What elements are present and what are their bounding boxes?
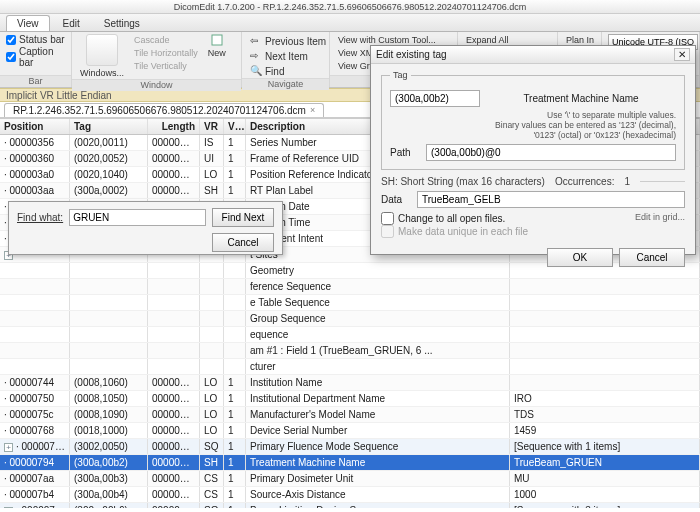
statusbar-label: Status bar: [19, 34, 65, 45]
table-row[interactable]: · 000007aa(300a,00b3)00000002CS1Primary …: [0, 471, 700, 487]
col-tag[interactable]: Tag: [70, 119, 148, 134]
captionbar-label: Caption bar: [19, 46, 65, 68]
tree-toggle-icon[interactable]: +: [4, 507, 13, 508]
table-row[interactable]: · 000007b4(300a,00b4)00000006CS1Source-A…: [0, 487, 700, 503]
cascade-button[interactable]: Cascade: [132, 34, 200, 46]
edit-tag-dialog: Edit existing tag ✕ Tag Treatment Machin…: [370, 45, 696, 255]
path-input[interactable]: [426, 144, 676, 161]
unique-each-file-check: Make data unique in each file: [381, 225, 629, 238]
table-row[interactable]: cturer: [0, 359, 700, 375]
table-row[interactable]: · 00000794(300a,00b2)0000000ESH1Treatmen…: [0, 455, 700, 471]
captionbar-check[interactable]: Caption bar: [6, 46, 65, 68]
arrow-left-icon: ⇦: [250, 35, 262, 47]
tree-toggle-icon[interactable]: +: [4, 443, 13, 452]
dialog-close-button[interactable]: ✕: [674, 48, 690, 61]
find-button[interactable]: 🔍Find: [248, 64, 328, 78]
tab-settings[interactable]: Settings: [93, 15, 151, 31]
statusbar-check[interactable]: Status bar: [6, 34, 65, 45]
data-label: Data: [381, 194, 411, 205]
group-bar: Bar: [0, 75, 71, 87]
main-tabs: View Edit Settings: [0, 14, 700, 32]
tag-name-label: Treatment Machine Name: [486, 93, 676, 104]
window-title: DicomEdit 1.7.0.200 - RP.1.2.246.352.71.…: [174, 2, 527, 12]
occurrences-value: 1: [624, 176, 630, 187]
table-row[interactable]: · 0000075c(0008,1090)00000004LO1Manufact…: [0, 407, 700, 423]
find-input[interactable]: [69, 209, 206, 226]
change-all-files-check[interactable]: Change to all open files.: [381, 212, 629, 225]
table-row[interactable]: am #1 : Field 1 (TrueBeam_GRUEN, 6 ...: [0, 343, 700, 359]
col-position[interactable]: Position: [0, 119, 70, 134]
sh-type-label: SH: Short String (max 16 characters): [381, 176, 545, 187]
find-cancel-button[interactable]: Cancel: [212, 233, 274, 252]
tag-id-input[interactable]: [390, 90, 480, 107]
tag-legend: Tag: [390, 70, 411, 80]
new-window-button[interactable]: New: [206, 47, 228, 59]
data-input[interactable]: [417, 191, 685, 208]
table-row[interactable]: · 00000750(0008,1050)00000018LO1Institut…: [0, 391, 700, 407]
table-row[interactable]: +· 00000774(3002,0050)00000018SQ1Primary…: [0, 439, 700, 455]
tab-edit[interactable]: Edit: [52, 15, 91, 31]
close-icon[interactable]: ×: [310, 105, 315, 115]
col-vr[interactable]: VR: [200, 119, 224, 134]
document-tab-label: RP.1.2.246.352.71.5.69606506676.980512.2…: [13, 105, 306, 116]
windows-icon[interactable]: [86, 34, 118, 66]
table-row[interactable]: equence: [0, 327, 700, 343]
table-row[interactable]: · 00000744(0008,1060)00000004LO1Institut…: [0, 375, 700, 391]
group-navigate: Navigate: [242, 78, 329, 90]
windows-button[interactable]: Windows...: [78, 67, 126, 79]
table-row[interactable]: Group Sequence: [0, 311, 700, 327]
occurrences-label: Occurrences:: [555, 176, 614, 187]
transfer-syntax-label: Implicit VR Little Endian: [6, 90, 112, 101]
titlebar: DicomEdit 1.7.0.200 - RP.1.2.246.352.71.…: [0, 0, 700, 14]
cancel-button[interactable]: Cancel: [619, 248, 685, 267]
prev-item-button[interactable]: ⇦Previous Item: [248, 34, 328, 48]
table-row[interactable]: ference Sequence: [0, 279, 700, 295]
col-vm[interactable]: VM: [224, 119, 246, 134]
table-row[interactable]: · 00000768(0018,1000)00000004LO1Device S…: [0, 423, 700, 439]
next-item-button[interactable]: ⇨Next Item: [248, 49, 328, 63]
document-tab[interactable]: RP.1.2.246.352.71.5.69606506676.980512.2…: [4, 103, 324, 117]
table-row[interactable]: +· 000007c0(300a,00b6)0000015ASQ1Beam Li…: [0, 503, 700, 508]
tile-vert-button[interactable]: Tile Vertically: [132, 60, 200, 72]
find-dialog: Find what: Find Next Cancel: [8, 201, 283, 255]
new-window-icon: [211, 34, 223, 46]
svg-rect-0: [212, 35, 222, 45]
find-label: Find what:: [17, 212, 63, 223]
table-row[interactable]: e Table Sequence: [0, 295, 700, 311]
find-next-button[interactable]: Find Next: [212, 208, 274, 227]
arrow-right-icon: ⇨: [250, 50, 262, 62]
col-length[interactable]: Length: [148, 119, 200, 134]
tag-hint: Use '\' to separate multiple values. Bin…: [390, 111, 676, 140]
tile-horiz-button[interactable]: Tile Horizontally: [132, 47, 200, 59]
ok-button[interactable]: OK: [547, 248, 613, 267]
edit-in-grid-link[interactable]: Edit in grid...: [635, 212, 685, 222]
tab-view[interactable]: View: [6, 15, 50, 31]
path-label: Path: [390, 147, 420, 158]
dialog-title: Edit existing tag: [376, 49, 447, 60]
search-icon: 🔍: [250, 65, 262, 77]
